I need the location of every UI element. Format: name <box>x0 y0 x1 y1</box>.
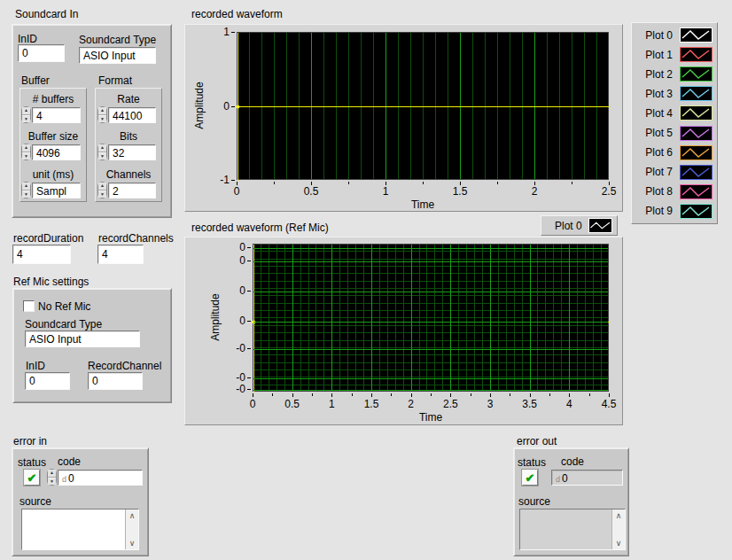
record-channels-field[interactable]: 4 <box>97 245 144 264</box>
scroll-up-icon[interactable]: ∧ <box>612 509 625 522</box>
x-tick-label: 1.5 <box>442 185 478 198</box>
x-tick-mark <box>385 182 386 185</box>
y-axis-zero-line <box>253 245 254 393</box>
increment-icon[interactable]: ▲ <box>98 183 106 191</box>
increment-icon[interactable]: ▲ <box>98 107 106 115</box>
graph2-legend-swatch[interactable] <box>588 218 612 233</box>
no-ref-mic-label: No Ref Mic <box>38 300 90 313</box>
plot-legend-panel: Plot 0Plot 1Plot 2Plot 3Plot 4Plot 5Plot… <box>631 22 718 224</box>
scroll-up-icon[interactable]: ∧ <box>126 509 138 522</box>
legend-item[interactable]: Plot 8 <box>636 183 713 200</box>
legend-swatch[interactable] <box>680 27 713 43</box>
no-ref-mic-checkbox[interactable] <box>23 300 35 312</box>
legend-swatch[interactable] <box>680 105 713 121</box>
legend-swatch[interactable] <box>680 204 713 219</box>
x-tick-mark <box>331 393 332 397</box>
scrollbar[interactable]: ∧ ∨ <box>611 509 625 549</box>
buffer-size-spinner[interactable]: ▲ ▼ <box>21 144 31 160</box>
num-buffers-field[interactable]: 4 <box>32 107 81 123</box>
legend-item[interactable]: Plot 3 <box>636 85 713 102</box>
num-buffers-spinner[interactable]: ▲ ▼ <box>21 106 31 123</box>
legend-swatch[interactable] <box>680 126 713 141</box>
x-tick-label: 2.5 <box>432 398 468 410</box>
x-minor-tick-mark <box>510 393 510 396</box>
decrement-icon[interactable]: ▼ <box>48 478 56 486</box>
legend-swatch[interactable] <box>680 184 713 199</box>
scroll-down-icon[interactable]: ∨ <box>126 537 138 549</box>
decrement-icon[interactable]: ▼ <box>22 152 30 160</box>
bits-field[interactable]: 32 <box>108 144 156 160</box>
scrollbar[interactable]: ∧ ∨ <box>125 509 138 549</box>
ref-mic-cluster: No Ref Mic Soundcard Type ASIO Input InI… <box>12 288 172 403</box>
error-in-status-indicator[interactable]: ✔ <box>24 470 40 486</box>
legend-swatch[interactable] <box>680 86 713 101</box>
legend-item[interactable]: Plot 4 <box>636 105 713 121</box>
buffer-size-field[interactable]: 4096 <box>32 144 81 160</box>
legend-item[interactable]: Plot 0 <box>636 27 713 43</box>
bits-spinner[interactable]: ▲ ▼ <box>97 144 107 160</box>
legend-swatch[interactable] <box>680 47 713 62</box>
legend-item[interactable]: Plot 2 <box>636 66 713 82</box>
scroll-down-icon[interactable]: ∨ <box>612 537 625 549</box>
legend-item[interactable]: Plot 5 <box>636 125 713 142</box>
ref-mic-settings-label: Ref Mic settings <box>13 276 89 288</box>
error-out-source-label: source <box>518 495 550 508</box>
record-channel-field[interactable]: 0 <box>88 372 143 390</box>
error-in-source-field[interactable]: ∧ ∨ <box>21 509 139 550</box>
x-minor-tick-mark <box>431 393 432 396</box>
unit-ms-spinner[interactable]: ▲ ▼ <box>21 182 31 198</box>
ref-soundcard-type-field[interactable]: ASIO Input <box>25 331 140 347</box>
x-tick-label: 0.5 <box>293 185 329 198</box>
x-minor-tick-mark <box>497 182 498 184</box>
y-tick-label: 0 <box>210 284 245 297</box>
ref-inid-field[interactable]: 0 <box>25 372 70 390</box>
legend-swatch[interactable] <box>680 165 713 180</box>
x-tick-mark <box>371 393 372 397</box>
legend-swatch[interactable] <box>680 66 713 82</box>
rate-spinner[interactable]: ▲ ▼ <box>97 106 107 123</box>
legend-item[interactable]: Plot 9 <box>636 203 713 220</box>
error-in-code-spinner[interactable]: ▲ ▼ <box>47 469 57 486</box>
format-cluster: Rate ▲ ▼ 44100 Bits ▲ ▼ 32 Channels ▲ ▼ … <box>95 88 162 202</box>
decrement-icon[interactable]: ▼ <box>98 191 106 198</box>
decrement-icon[interactable]: ▼ <box>98 152 106 160</box>
increment-icon[interactable]: ▲ <box>22 144 30 152</box>
origin-marker <box>236 105 240 109</box>
legend-item[interactable]: Plot 1 <box>636 46 713 63</box>
y-tick-label: 0 <box>194 100 230 113</box>
soundcard-type-field[interactable]: ASIO Input <box>79 47 156 64</box>
legend-item-label: Plot 9 <box>645 205 673 217</box>
legend-item-label: Plot 3 <box>645 88 673 100</box>
error-in-code-field[interactable]: d0 <box>58 470 143 486</box>
x-tick-label: 1 <box>314 398 349 410</box>
unit-ms-field[interactable]: Sampl <box>32 183 81 198</box>
increment-icon[interactable]: ▲ <box>98 144 106 152</box>
channels-field[interactable]: 2 <box>108 183 156 198</box>
legend-item[interactable]: Plot 7 <box>636 164 713 181</box>
decrement-icon[interactable]: ▼ <box>98 115 106 123</box>
rate-label: Rate <box>96 93 161 105</box>
legend-item-label: Plot 0 <box>645 29 673 42</box>
decrement-icon[interactable]: ▼ <box>22 115 30 123</box>
decrement-icon[interactable]: ▼ <box>22 191 30 198</box>
grid-major-hline <box>253 292 608 292</box>
record-duration-field[interactable]: 4 <box>12 245 71 264</box>
channels-spinner[interactable]: ▲ ▼ <box>97 182 107 198</box>
x-tick-label: 0.5 <box>275 398 310 410</box>
legend-swatch[interactable] <box>680 145 713 160</box>
legend-item[interactable]: Plot 6 <box>636 144 713 161</box>
record-channel-label: RecordChannel <box>88 360 161 372</box>
increment-icon[interactable]: ▲ <box>48 470 56 478</box>
error-in-status-label: status <box>18 456 46 469</box>
error-in-code-value: 0 <box>68 472 74 485</box>
increment-icon[interactable]: ▲ <box>22 107 30 115</box>
soundcard-in-cluster: InID 0 Soundcard Type ASIO Input Buffer … <box>12 24 172 218</box>
inid-field[interactable]: 0 <box>18 44 65 62</box>
x-tick-label: 1.5 <box>354 398 389 410</box>
increment-icon[interactable]: ▲ <box>22 183 30 191</box>
legend-item-label: Plot 1 <box>645 49 673 61</box>
rate-field[interactable]: 44100 <box>108 107 156 123</box>
buffer-cluster: # buffers ▲ ▼ 4 Buffer size ▲ ▼ 4096 uni… <box>19 88 87 202</box>
graph2-legend[interactable]: Plot 0 <box>541 215 618 236</box>
legend-item-label: Plot 4 <box>645 107 673 120</box>
